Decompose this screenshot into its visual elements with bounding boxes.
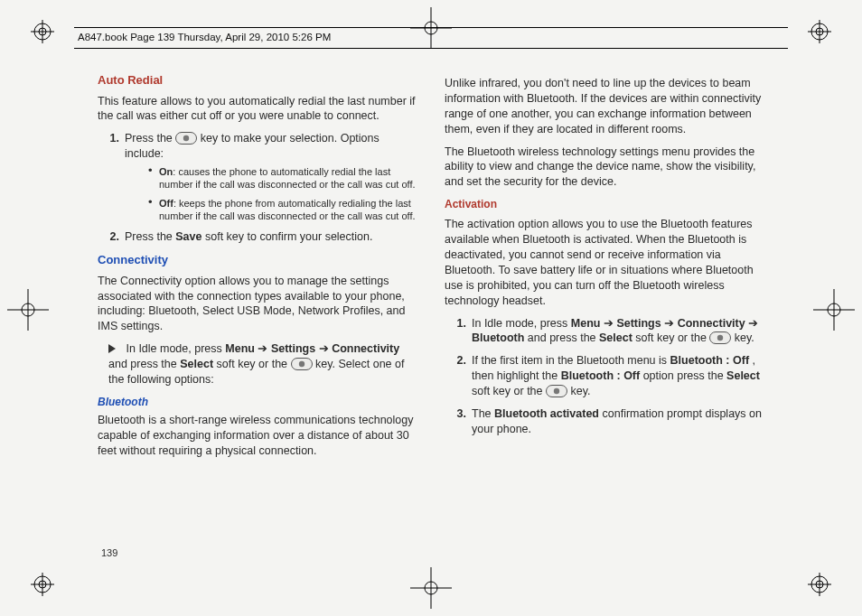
- list-item: 2. If the first item in the Bluetooth me…: [472, 353, 764, 399]
- registration-mark-icon: [31, 20, 54, 43]
- connectivity-intro: The Connectivity option allows you to ma…: [98, 274, 417, 335]
- bluetooth-p1: Bluetooth is a short-range wireless comm…: [98, 413, 417, 459]
- auto-redial-intro: This feature allows to you automatically…: [98, 94, 417, 125]
- activation-intro: The activation option allows you to use …: [445, 217, 764, 308]
- list-item: 3. The Bluetooth activated confirmation …: [472, 406, 764, 437]
- svg-point-33: [717, 335, 723, 341]
- ok-key-icon: [291, 358, 313, 370]
- heading-auto-redial: Auto Redial: [98, 72, 417, 89]
- heading-bluetooth: Bluetooth: [98, 395, 417, 409]
- list-item: Off: keeps the phone from automatically …: [159, 197, 417, 223]
- bluetooth-p2: Unlike infrared, you don't need to line …: [445, 76, 764, 137]
- crop-mark-icon: [7, 289, 49, 331]
- connectivity-idle-instr: In Idle mode, press Menu ➔ Settings ➔ Co…: [108, 341, 417, 387]
- page-body: Auto Redial This feature allows to you a…: [98, 72, 764, 553]
- triangle-bullet-icon: [108, 344, 116, 353]
- heading-activation: Activation: [445, 197, 764, 211]
- crop-mark-icon: [813, 289, 855, 331]
- column-left: Auto Redial This feature allows to you a…: [98, 72, 417, 553]
- header-text: A847.book Page 139 Thursday, April 29, 2…: [74, 31, 331, 45]
- list-item: On: causes the phone to automatically re…: [159, 165, 417, 191]
- page-canvas: A847.book Page 139 Thursday, April 29, 2…: [0, 0, 862, 616]
- bluetooth-p3: The Bluetooth wireless technology settin…: [445, 145, 764, 191]
- auto-redial-steps: 1. Press the key to make your selection.…: [98, 131, 417, 245]
- page-number: 139: [101, 546, 117, 560]
- svg-point-31: [298, 361, 304, 367]
- ok-key-icon: [175, 132, 197, 145]
- registration-mark-icon: [31, 573, 54, 596]
- column-right: Unlike infrared, you don't need to line …: [445, 72, 764, 553]
- list-item: 1. Press the key to make your selection.…: [125, 131, 417, 222]
- ok-key-icon: [546, 385, 567, 397]
- list-item: 2. Press the Save soft key to confirm yo…: [125, 229, 417, 245]
- registration-mark-icon: [808, 20, 831, 43]
- list-item: 1. In Idle mode, press Menu ➔ Settings ➔…: [472, 316, 764, 347]
- svg-point-29: [183, 135, 189, 141]
- heading-connectivity: Connectivity: [98, 252, 417, 268]
- activation-steps: 1. In Idle mode, press Menu ➔ Settings ➔…: [445, 316, 764, 437]
- svg-point-35: [554, 388, 559, 394]
- crop-mark-icon: [410, 567, 452, 609]
- ok-key-icon: [709, 331, 731, 344]
- page-header: A847.book Page 139 Thursday, April 29, 2…: [74, 27, 788, 49]
- auto-redial-options: On: causes the phone to automatically re…: [125, 165, 417, 222]
- registration-mark-icon: [808, 573, 831, 596]
